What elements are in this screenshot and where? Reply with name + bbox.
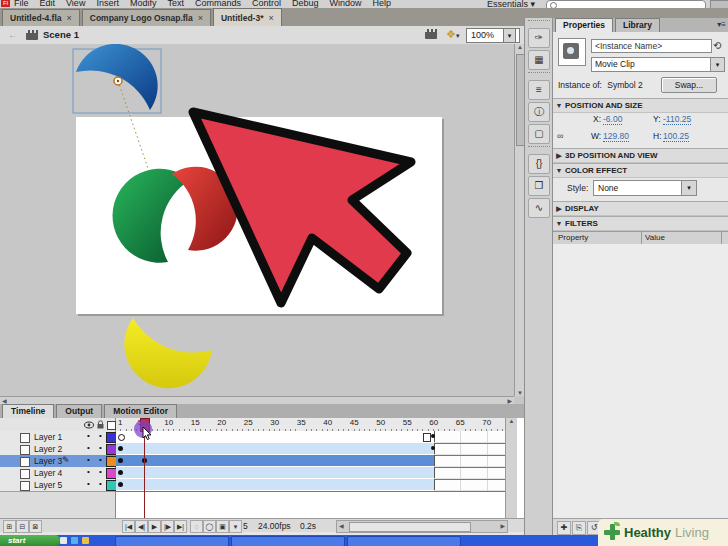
instance-name-input[interactable]: <Instance Name>	[591, 39, 712, 53]
document-tab-1[interactable]: Company Logo Osnap.fla×	[82, 9, 211, 26]
timeline-horizontal-scrollbar[interactable]: ◀ ▶	[336, 520, 508, 533]
scene-breadcrumb[interactable]: Scene 1	[43, 29, 79, 40]
layer-visible-dot[interactable]: •	[87, 455, 90, 464]
layer-visible-dot[interactable]: •	[87, 431, 90, 440]
keyframe-filled[interactable]	[118, 446, 123, 451]
code-snippets-icon[interactable]: {}	[528, 154, 550, 174]
section-3d-position[interactable]: ▶3D POSITION AND VIEW	[553, 148, 728, 163]
layer-row-5[interactable]: Layer 5••	[0, 479, 115, 492]
playback-prev-icon[interactable]: ◀|	[135, 520, 148, 533]
close-icon[interactable]: ×	[268, 13, 273, 23]
onion-outline-icon[interactable]: ◯	[203, 520, 216, 533]
frames-grid[interactable]: 151015202530354045505560657075	[116, 418, 505, 518]
menu-debug[interactable]: Debug	[292, 0, 319, 8]
style-select-caret[interactable]: ▾	[681, 180, 697, 196]
layer-name[interactable]: Layer 4	[34, 468, 62, 478]
menu-help[interactable]: Help	[373, 0, 392, 8]
frame-span[interactable]	[116, 455, 435, 466]
zoom-select-caret[interactable]: ▾	[503, 28, 516, 43]
info-icon[interactable]: ⓘ	[528, 102, 550, 122]
playback-first-icon[interactable]: |◀	[122, 520, 135, 533]
quick-launch-icon[interactable]	[71, 537, 78, 544]
y-value[interactable]: -110.25	[663, 114, 691, 125]
taskbar-window-button[interactable]	[115, 536, 229, 546]
section-display[interactable]: ▶DISPLAY	[553, 201, 728, 216]
keyframe-filled[interactable]	[118, 482, 123, 487]
swatches-icon[interactable]: ▦	[528, 50, 550, 70]
layer-lock-dot[interactable]: •	[99, 443, 102, 452]
swap-button[interactable]: Swap...	[661, 77, 717, 93]
close-icon[interactable]: ×	[66, 13, 71, 23]
playback-play-icon[interactable]: ▶	[148, 520, 161, 533]
menu-edit[interactable]: Edit	[40, 0, 56, 8]
section-filters[interactable]: ▼FILTERS	[553, 216, 728, 231]
layer-lock-dot[interactable]: •	[99, 455, 102, 464]
components-icon[interactable]: ❒	[528, 176, 550, 196]
frame-span[interactable]	[116, 443, 435, 454]
menu-control[interactable]: Control	[252, 0, 281, 8]
style-select[interactable]: None	[593, 180, 687, 196]
back-arrow-icon[interactable]: ←	[8, 29, 18, 40]
menu-text[interactable]: Text	[167, 0, 184, 8]
layer-name[interactable]: Layer 1	[34, 432, 62, 442]
layer-frames-5[interactable]	[116, 479, 505, 492]
timeline-tab-output[interactable]: Output	[56, 404, 102, 418]
align-icon[interactable]: ≡	[528, 80, 550, 100]
keyframe-hollow[interactable]	[118, 434, 125, 441]
delete-layer-icon[interactable]: ⊠	[29, 520, 42, 533]
stage-canvas[interactable]	[0, 44, 514, 396]
layer-name[interactable]: Layer 5	[34, 480, 62, 490]
menu-insert[interactable]: Insert	[96, 0, 119, 8]
document-tab-2[interactable]: Untitled-3*×	[213, 8, 282, 26]
filters-list-empty[interactable]	[553, 244, 728, 518]
frame-rate-indicator[interactable]: 24.00fps	[258, 521, 291, 531]
column-divider[interactable]	[641, 232, 642, 244]
lock-layers-icon[interactable]	[96, 420, 105, 429]
stage-pasteboard[interactable]	[0, 44, 514, 396]
layer-name[interactable]: Layer 2	[34, 444, 62, 454]
show-hide-layers-icon[interactable]	[84, 421, 94, 429]
new-folder-icon[interactable]: ⊟	[16, 520, 29, 533]
tab-properties[interactable]: Properties	[555, 18, 613, 32]
playback-next-icon[interactable]: |▶	[161, 520, 174, 533]
panel-menu-icon[interactable]: ▾≡	[717, 20, 726, 29]
edit-multiple-frames-icon[interactable]: ▣	[216, 520, 229, 533]
onion-skin-icon[interactable]: ◌	[190, 520, 203, 533]
section-position-and-size[interactable]: ▼POSITION AND SIZE	[553, 98, 728, 113]
h-value[interactable]: 100.25	[663, 131, 689, 142]
start-button[interactable]: start	[0, 535, 60, 546]
scrollbar-thumb[interactable]	[349, 522, 471, 532]
frame-span[interactable]	[116, 467, 435, 478]
keyframe-filled[interactable]	[118, 470, 123, 475]
quick-launch-icon[interactable]	[60, 537, 67, 544]
tab-library[interactable]: Library	[615, 18, 660, 32]
outline-layers-icon[interactable]	[107, 421, 116, 430]
close-icon[interactable]: ×	[198, 13, 203, 23]
transform-icon[interactable]: ▢	[528, 124, 550, 144]
edit-scene-button[interactable]	[425, 29, 441, 41]
menu-window[interactable]: Window	[330, 0, 362, 8]
motion-presets-icon[interactable]: ✑	[528, 28, 550, 48]
layer-lock-dot[interactable]: •	[99, 479, 102, 488]
menu-view[interactable]: View	[66, 0, 85, 8]
menu-file[interactable]: File	[14, 0, 29, 8]
layer-lock-dot[interactable]: •	[99, 431, 102, 440]
taskbar-window-button[interactable]	[347, 536, 461, 546]
modify-markers-icon[interactable]: ▾	[229, 520, 242, 533]
logo-yellow-crescent[interactable]	[124, 318, 212, 388]
layer-visible-dot[interactable]: •	[87, 479, 90, 488]
add-filter-icon[interactable]: ✚	[557, 521, 571, 535]
clipboard-icon[interactable]: ⎘	[572, 521, 586, 535]
keyframe-filled[interactable]	[118, 458, 123, 463]
taskbar-window-button[interactable]	[231, 536, 345, 546]
timeline-tab-motion-editor[interactable]: Motion Editor	[104, 404, 177, 418]
section-color-effect[interactable]: ▼COLOR EFFECT	[553, 163, 728, 178]
motion-editor-icon[interactable]: ∿	[528, 198, 550, 218]
frame-span[interactable]	[116, 479, 435, 490]
script-assist-icon[interactable]: ⟲	[713, 40, 721, 51]
column-divider[interactable]	[721, 232, 722, 244]
menu-commands[interactable]: Commands	[195, 0, 241, 8]
timeline-ruler[interactable]: 151015202530354045505560657075	[116, 418, 505, 432]
new-layer-icon[interactable]: ⊞	[3, 520, 16, 533]
end-keyframe-dot[interactable]	[431, 446, 435, 450]
